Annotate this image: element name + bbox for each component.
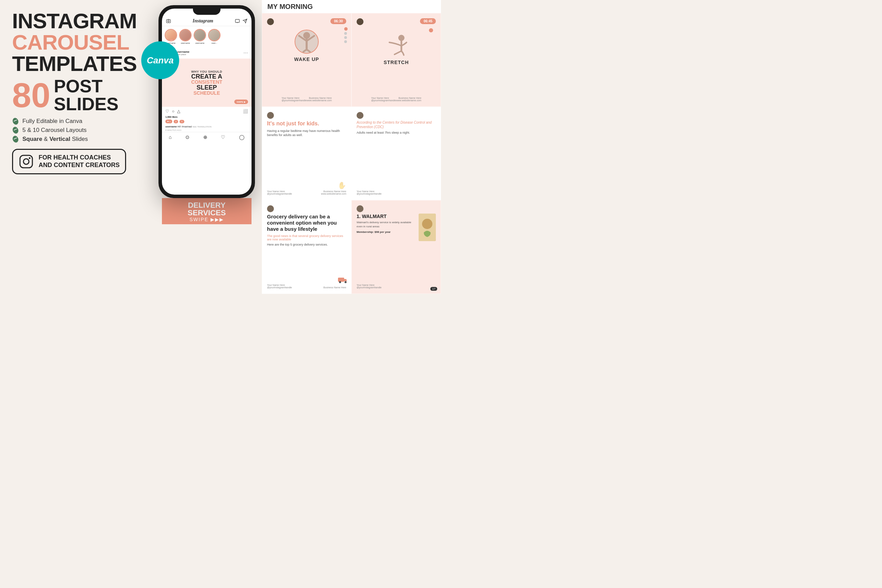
card-stretch: 06:45 STRETCH Your Name Here — [351, 13, 441, 107]
center-panel: Canva Instagram — [152, 0, 262, 294]
svg-point-14 — [398, 35, 405, 41]
slides-label: SLIDES — [54, 95, 118, 113]
card-business-2: Business Name Here www.websitename.com — [396, 97, 422, 102]
ig-logo-text: Instagram — [193, 18, 213, 24]
left-panel: INSTAGRAM CAROUSEL TEMPLATES 80 POST SLI… — [0, 0, 152, 294]
post-img-text2: CREATE A — [191, 74, 222, 80]
card-name-5: Your Name Here @yourinstagramhandle — [267, 284, 292, 289]
right-grid: 06:30 WAKE UP — [262, 13, 441, 294]
ig-stories: LIVE username username username — [162, 26, 252, 47]
comment-icon: ○ — [172, 109, 174, 114]
card-name-2: Your Name Here @yourinstagramhandle — [371, 97, 396, 102]
ig-more-icon: ··· — [244, 50, 248, 55]
food-illustration-icon — [418, 214, 436, 241]
check-leaf-icon-3 — [12, 136, 19, 142]
right-top-area: MY MORNING — [262, 0, 441, 13]
title-line3: TEMPLATES — [12, 53, 141, 74]
wake-title: WAKE UP — [294, 57, 319, 62]
card-footer-3: Your Name Here @yourinstagramhandle Busi… — [267, 188, 346, 195]
svg-point-7 — [23, 159, 29, 164]
footer-section: FOR HEALTH COACHES AND CONTENT CREATORS — [12, 149, 126, 174]
delivery-truck-icon — [338, 276, 348, 283]
grocery-body: Here are the top 5 grocery delivery serv… — [267, 243, 346, 247]
ig-action-icons — [235, 19, 248, 23]
svg-point-16 — [339, 281, 341, 283]
send-icon — [243, 19, 248, 23]
reaction-5: 5 — [180, 120, 184, 123]
check-leaf-icon-2 — [12, 127, 19, 134]
grocery-heading: Grocery delivery can be a convenient opt… — [267, 214, 346, 232]
story-3: username — [194, 29, 206, 44]
page-indicator: 1/7 — [430, 287, 437, 291]
reaction-9: 9 — [174, 120, 178, 123]
card-wake-up: 06:30 WAKE UP — [262, 13, 351, 107]
svg-point-2 — [12, 127, 19, 134]
card-walmart: 1. WALMART Walmart's delivery service is… — [351, 200, 441, 294]
story-name-4: user... — [212, 42, 217, 44]
phone-notch — [193, 9, 220, 15]
heart-nav-icon[interactable]: ♡ — [221, 134, 225, 140]
ig-time-ago: 8 MINUTES AGO — [162, 129, 252, 132]
cdc-quote: According to the Centers for Disease Con… — [357, 120, 436, 129]
wake-avatar — [295, 30, 319, 54]
card-logo-4 — [357, 112, 363, 119]
stretching-person-icon — [382, 34, 410, 60]
walmart-body: Walmart's delivery service is widely ava… — [357, 220, 416, 228]
card-grocery: Grocery delivery can be a convenient opt… — [262, 200, 351, 294]
feature-2-text: 5 & 10 Carousel Layouts — [22, 127, 87, 134]
bookmark-icon: ⬜ — [243, 109, 248, 114]
share-icon: △ — [177, 109, 180, 114]
delivery-text1: DELIVERY — [188, 201, 225, 209]
card-business-5: Business Name Here — [324, 286, 346, 289]
walmart-content: 1. WALMART Walmart's delivery service is… — [357, 214, 436, 241]
feature-1: Fully Editable in Canva — [12, 118, 141, 125]
hand-icon: ✋ — [338, 181, 346, 189]
morning-title: MY MORNING — [267, 3, 313, 10]
swipe-arrows: SWIPE ▶▶▶ — [189, 217, 224, 222]
card-business-1: Business Name Here www.websitename.com — [307, 97, 332, 102]
phone-mockup: Instagram LIVE — [159, 5, 255, 198]
card-footer-2: Your Name Here @yourinstagramhandle Busi… — [371, 94, 422, 102]
story-avatar-live: LIVE — [165, 29, 177, 41]
story-name-2: username — [181, 42, 190, 44]
ig-bottom-nav: ⌂ ⊙ ⊕ ♡ ◯ — [162, 132, 252, 142]
add-nav-icon[interactable]: ⊕ — [203, 134, 207, 140]
card-logo-2 — [357, 18, 363, 25]
story-avatar-4 — [208, 29, 220, 41]
pink-dot — [429, 28, 433, 32]
search-nav-icon[interactable]: ⊙ — [185, 134, 189, 140]
phone-screen: Instagram LIVE — [162, 9, 252, 195]
ig-caption-username: username — [165, 125, 177, 128]
footer-line2: AND CONTENT CREATORS — [39, 162, 120, 169]
ig-caption: username Hi!! #marinad SEE TRANSLATION — [162, 125, 252, 129]
story-name-3: username — [195, 42, 205, 44]
right-panel: MY MORNING 06:30 — [262, 0, 441, 294]
story-avatar-2 — [179, 29, 192, 41]
camera-icon — [166, 19, 171, 23]
feature-3-text: Square & Vertical Slides — [22, 136, 88, 142]
grocery-salmon: The good news is that several grocery de… — [267, 234, 346, 241]
svg-point-19 — [422, 219, 432, 229]
card-footer-5: Your Name Here @yourinstagramhandle Busi… — [267, 281, 346, 289]
post-img-text4: SLEEP — [196, 84, 217, 91]
card-logo-5 — [267, 205, 274, 212]
live-tag: LIVE — [168, 39, 174, 41]
delivery-text2: SERVICES — [188, 209, 226, 217]
heart-icon: ♡ — [165, 109, 169, 114]
stretch-avatar — [382, 34, 410, 60]
post-slides: POST SLIDES — [54, 77, 118, 113]
profile-nav-icon[interactable]: ◯ — [239, 134, 244, 140]
ig-actions-bar: ♡ ○ △ ⬜ — [162, 107, 252, 116]
story-2: username — [179, 29, 192, 44]
card-logo-3 — [267, 112, 274, 119]
story-avatar-3 — [194, 29, 206, 41]
ig-actions-left: ♡ ○ △ — [165, 109, 180, 114]
home-nav-icon[interactable]: ⌂ — [169, 134, 172, 140]
card-business-3: Business Name Here www.websitename.com — [321, 190, 346, 195]
card-logo-1 — [267, 18, 274, 25]
title-line2: CAROUSEL — [12, 32, 141, 53]
features-list: Fully Editable in Canva 5 & 10 Carousel … — [12, 118, 141, 142]
number-section: 80 POST SLIDES — [12, 77, 141, 113]
svg-point-0 — [12, 118, 19, 125]
wake-time-badge: 06:30 — [330, 18, 346, 24]
